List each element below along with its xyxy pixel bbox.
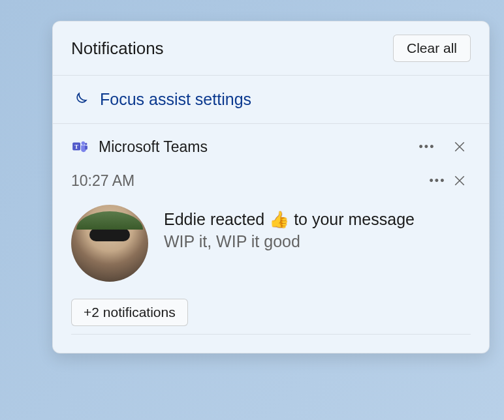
item-more-button[interactable]: ••• [426,170,449,192]
svg-point-3 [85,143,87,145]
divider [71,334,471,335]
notification-title: Eddie reacted 👍 to your message [164,209,471,231]
ellipsis-icon: ••• [430,174,446,188]
timestamp-label: 10:27 AM [71,172,426,190]
avatar [71,205,148,282]
svg-text:T: T [74,143,78,150]
item-dismiss-button[interactable] [449,170,471,192]
clear-all-button[interactable]: Clear all [393,35,471,62]
card-meta-row: 10:27 AM ••• [71,170,471,192]
card-app-row: T Microsoft Teams ••• [71,136,471,158]
close-icon [454,141,465,153]
panel-title: Notifications [71,38,164,59]
ellipsis-icon: ••• [419,140,435,154]
message-block: Eddie reacted 👍 to your message WIP it, … [164,205,471,251]
moon-icon [71,91,88,108]
notification-subtitle: WIP it, WIP it good [164,232,471,251]
thumbs-up-icon: 👍 [269,210,289,228]
app-name-label: Microsoft Teams [99,138,405,156]
panel-header: Notifications Clear all [53,22,489,76]
title-prefix: Eddie reacted [164,210,269,228]
notification-content: Eddie reacted 👍 to your message WIP it, … [71,205,471,282]
svg-point-2 [82,142,86,145]
notification-panel: Notifications Clear all Focus assist set… [52,21,490,353]
teams-icon: T [71,138,88,155]
notification-card[interactable]: T Microsoft Teams ••• 10:27 AM ••• [53,124,489,353]
card-dismiss-button[interactable] [449,136,471,158]
focus-assist-link[interactable]: Focus assist settings [53,76,489,124]
more-notifications-button[interactable]: +2 notifications [71,299,188,326]
card-more-button[interactable]: ••• [416,136,438,158]
close-icon [454,175,465,187]
title-suffix: to your message [289,210,415,228]
focus-assist-label: Focus assist settings [100,90,251,109]
